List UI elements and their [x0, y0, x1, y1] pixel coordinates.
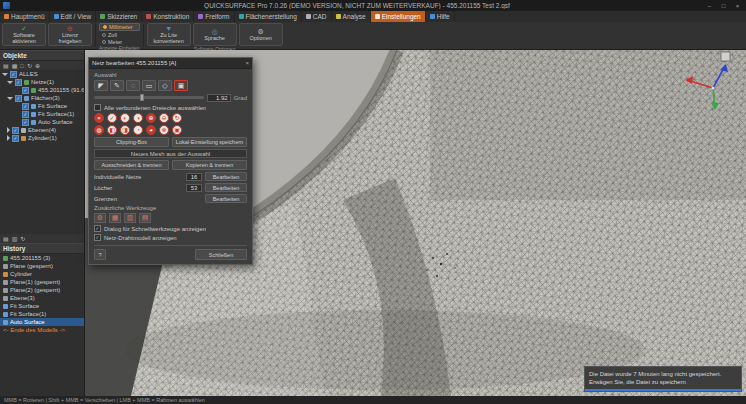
cut-separate-button[interactable]: Ausschneiden & trennen — [94, 160, 169, 170]
edit-individual-button[interactable]: Bearbeiten — [205, 172, 247, 181]
minimize-icon[interactable]: – — [704, 3, 715, 9]
edit-borders-button[interactable]: Bearbeiten — [205, 194, 247, 203]
objects-toolbar-icon[interactable]: □ — [20, 63, 24, 69]
selection-tool-icon[interactable]: ▣ — [174, 80, 188, 91]
history-item-plane-2[interactable]: Plane(2) (gesperrt) — [0, 286, 84, 294]
angle-input[interactable] — [207, 94, 231, 102]
checkbox-icon[interactable] — [22, 103, 29, 110]
expander-closed-icon[interactable] — [7, 135, 10, 141]
save-selection-button[interactable]: Lokal-Einstellung speichern — [172, 137, 247, 147]
maximize-icon[interactable]: □ — [718, 3, 729, 9]
history-toolbar-icon[interactable]: ▤ — [3, 236, 9, 242]
tree-item-flaechen[interactable]: Flächen(3) — [0, 94, 84, 102]
connected-triangles-checkbox[interactable]: Alle verbundenen Dreiecke auswählen — [94, 104, 247, 111]
angle-slider[interactable] — [94, 96, 204, 99]
tab-einstellungen[interactable]: Einstellungen — [371, 11, 426, 22]
expander-open-icon[interactable] — [2, 73, 8, 76]
tree-item-ebenen[interactable]: Ebenen(4) — [0, 126, 84, 134]
checkbox-icon[interactable] — [12, 127, 19, 134]
objects-toolbar-icon[interactable]: ▤ — [3, 63, 9, 69]
checkbox-icon[interactable] — [22, 119, 29, 126]
objects-toolbar-icon[interactable]: ▦ — [12, 63, 18, 69]
tree-item-fit-surface-1[interactable]: Fit Surface(1) — [0, 110, 84, 118]
selection-tool-icon[interactable]: ◇ — [158, 80, 172, 91]
copy-separate-button[interactable]: Kopieren & trennen — [172, 160, 247, 170]
checkbox-checked-icon[interactable] — [94, 234, 101, 241]
selection-tool-icon[interactable]: ▭ — [142, 80, 156, 91]
tree-item-mesh-455201155[interactable]: 455.201155 (91.607) — [0, 86, 84, 94]
expander-closed-icon[interactable] — [7, 127, 10, 133]
history-item-plane[interactable]: Plane (gesperrt) — [0, 262, 84, 270]
history-item-ebene-3[interactable]: Ebene(3) — [0, 294, 84, 302]
selection-action-icon[interactable]: ◔ — [133, 125, 143, 135]
selection-action-icon[interactable]: ◑ — [133, 113, 143, 123]
tab-freiform[interactable]: Freiform — [194, 11, 234, 22]
options-button[interactable]: ⚙ Optionen — [239, 23, 283, 46]
selection-action-icon[interactable]: ◐ — [120, 113, 130, 123]
language-button[interactable]: ◎ Sprache — [193, 23, 237, 46]
checkbox-icon[interactable] — [22, 87, 29, 94]
tab-hilfe[interactable]: Hilfe — [426, 11, 455, 22]
selection-action-icon[interactable]: ◧ — [107, 125, 117, 135]
objects-toolbar-icon[interactable]: ↻ — [27, 63, 32, 69]
checkbox-icon[interactable] — [12, 135, 19, 142]
convert-to-lite-button[interactable]: ▼ Zu Lite konvertieren — [147, 23, 191, 46]
tree-item-fit-surface[interactable]: Fit Surface — [0, 102, 84, 110]
activate-software-button[interactable]: ✓ Software aktivieren — [2, 23, 46, 46]
view-cube-icon[interactable] — [721, 52, 730, 61]
tree-item-netze[interactable]: Netze(1) — [0, 78, 84, 86]
release-license-button[interactable]: ⊖ Lizenz freigeben — [48, 23, 92, 46]
checkbox-icon[interactable] — [22, 111, 29, 118]
selection-tool-icon[interactable]: ✎ — [110, 80, 124, 91]
tree-item-zylinder[interactable]: Zylinder(1) — [0, 134, 84, 142]
tab-flaechenerstellung[interactable]: Flächenerstellung — [235, 11, 302, 22]
expander-open-icon[interactable] — [7, 97, 13, 100]
selection-tool-icon[interactable]: ◌ — [126, 80, 140, 91]
quick-tools-checkbox[interactable]: Dialog für Schnellwerkzeuge anzeigen — [94, 225, 247, 232]
clipping-box-button[interactable]: Clipping-Box — [94, 137, 169, 147]
extra-tool-icon[interactable]: ▥ — [124, 213, 136, 223]
unit-millimeter-option[interactable]: Millimeter — [99, 23, 140, 31]
wireframe-checkbox[interactable]: Netz-Drahtmodell anzeigen — [94, 234, 247, 241]
history-item-auto-surface[interactable]: Auto Surface — [0, 318, 84, 326]
unit-zoll-option[interactable]: Zoll — [99, 32, 140, 38]
checkbox-icon[interactable] — [15, 79, 22, 86]
objects-toolbar-icon[interactable]: ⊕ — [35, 63, 40, 69]
expander-open-icon[interactable] — [7, 81, 13, 84]
tab-edit-view[interactable]: Edit / View — [50, 11, 97, 22]
close-icon[interactable]: × — [732, 3, 743, 9]
tab-analyse[interactable]: Analyse — [332, 11, 371, 22]
slider-thumb-icon[interactable] — [140, 94, 144, 101]
extra-tool-icon[interactable]: ▤ — [139, 213, 151, 223]
tab-cad[interactable]: CAD — [302, 11, 332, 22]
history-item-mesh[interactable]: 455.201155 (3) — [0, 254, 84, 262]
tab-skizzieren[interactable]: Skizzieren — [96, 11, 142, 22]
checkbox-checked-icon[interactable] — [94, 225, 101, 232]
selection-tool-icon[interactable]: ◤ — [94, 80, 108, 91]
history-item-plane-1[interactable]: Plane(1) (gesperrt) — [0, 278, 84, 286]
selection-action-icon[interactable]: ⊖ — [159, 113, 169, 123]
history-end-marker[interactable]: <- Ende des Modells -> — [0, 326, 84, 334]
checkbox-icon[interactable] — [10, 71, 17, 78]
history-item-fit-surface-1[interactable]: Fit Surface(1) — [0, 310, 84, 318]
history-toolbar-icon[interactable]: ▥ — [12, 236, 18, 242]
close-dialog-button[interactable]: Schließen — [195, 249, 247, 260]
checkbox-icon[interactable] — [15, 95, 22, 102]
selection-action-icon[interactable]: ◕ — [146, 125, 156, 135]
extra-tool-icon[interactable]: ⚙ — [94, 213, 106, 223]
tree-item-alles[interactable]: ALLES — [0, 70, 84, 78]
selection-action-icon[interactable]: ⊕ — [146, 113, 156, 123]
tab-hauptmenu[interactable]: Hauptmenü — [0, 11, 50, 22]
history-item-cylinder[interactable]: Cylinder — [0, 270, 84, 278]
checkbox-icon[interactable] — [94, 104, 101, 111]
help-button[interactable]: ? — [94, 249, 106, 260]
selection-action-icon[interactable]: ↻ — [172, 113, 182, 123]
dialog-titlebar[interactable]: Netz bearbeiten 455.201155 [A] × — [89, 58, 252, 69]
tree-item-auto-surface[interactable]: Auto Surface — [0, 118, 84, 126]
extra-tool-icon[interactable]: ▦ — [109, 213, 121, 223]
tab-konstruktion[interactable]: Konstruktion — [142, 11, 194, 22]
selection-action-icon[interactable]: × — [94, 113, 104, 123]
save-reminder-toast[interactable]: Die Datei wurde 7 Minuten lang nicht ges… — [584, 366, 742, 392]
edit-holes-button[interactable]: Bearbeiten — [205, 183, 247, 192]
history-item-fit-surface[interactable]: Fit Surface — [0, 302, 84, 310]
